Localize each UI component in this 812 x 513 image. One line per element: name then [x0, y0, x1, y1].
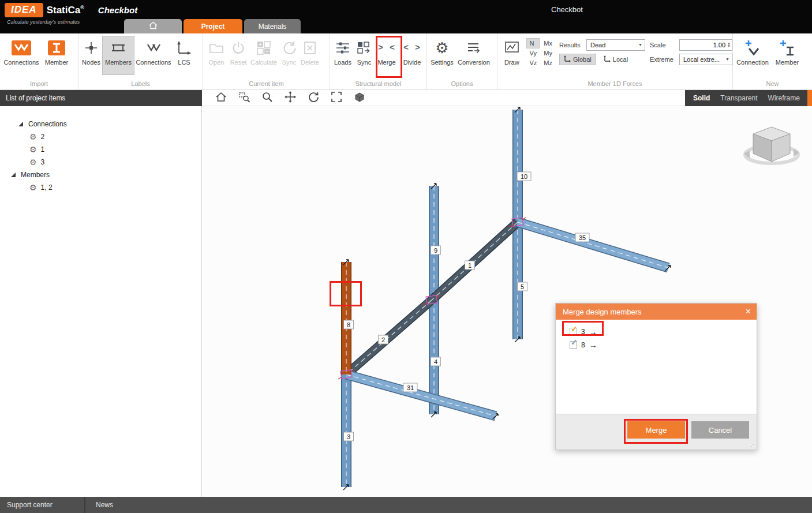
conversion-icon [466, 39, 482, 57]
force-component-vy[interactable]: Vy [527, 48, 539, 58]
member-35[interactable] [518, 222, 668, 268]
navigation-cube[interactable] [744, 127, 799, 163]
titlebar: IDEA StatiCa® Checkbot Calculate yesterd… [0, 0, 812, 33]
ribbon-item-labels-connections[interactable]: Connections [134, 36, 173, 74]
ribbon-group-new: ConnectionMemberNew [733, 33, 812, 89]
checkbox[interactable]: ✓ [570, 328, 577, 335]
ribbon-item-options-settings[interactable]: ⚙Settings [428, 36, 456, 74]
ribbon-group-options: ⚙SettingsConversionOptions [427, 33, 497, 89]
ribbon-item-import-member[interactable]: Member [42, 36, 72, 74]
global-button[interactable]: Global [559, 54, 596, 65]
lcs-icon [177, 39, 192, 57]
force-component-mx[interactable]: Mx [541, 39, 555, 48]
tree-node-label: Members [21, 171, 50, 179]
tree-node-connections[interactable]: Connections [0, 118, 201, 130]
fit-icon [331, 91, 342, 104]
goto-member-arrow-icon[interactable]: → [589, 340, 597, 350]
ribbon-item-options-conversion[interactable]: Conversion [456, 36, 492, 74]
pan-button[interactable] [282, 91, 299, 106]
checkbox[interactable]: ✓ [570, 341, 577, 349]
ribbon-group-label: Member 1D Forces [497, 80, 732, 89]
ribbon-item-labels-members[interactable]: Members [103, 36, 134, 74]
ribbon-item-new-member[interactable]: Member [771, 36, 803, 74]
force-component-my[interactable]: My [541, 48, 555, 58]
ribbon-item-structural-merge[interactable]: > <Merge [374, 36, 399, 74]
tree-node-members[interactable]: Members [0, 168, 201, 181]
rotate-button[interactable] [305, 91, 322, 106]
fit-button[interactable] [328, 91, 345, 106]
goto-member-arrow-icon[interactable]: → [589, 327, 597, 336]
tree-item-label: 1 [41, 145, 45, 153]
ribbon-item-structural-sync[interactable]: Sync [354, 36, 374, 74]
merge-dialog-title: Merge design members [563, 308, 642, 316]
display-mode-wireframe[interactable]: Wireframe [768, 94, 800, 102]
news-link[interactable]: News [85, 501, 113, 509]
home-button[interactable] [212, 91, 230, 106]
ribbon-item-labels-lcs[interactable]: LCS [173, 36, 195, 74]
spinner-arrows-icon[interactable]: ▲▼ [727, 42, 731, 48]
connections-icon [12, 39, 31, 57]
support-center-link[interactable]: Support center [0, 497, 85, 513]
ribbon-group-labels: NodesMembersConnectionsLCSLabels [78, 33, 203, 89]
results-label: Results [559, 42, 583, 48]
ribbon-group-structural: LoadsSync> <Merge< >DivideStructural mod… [330, 33, 427, 89]
solid-view-button[interactable] [351, 91, 368, 106]
force-component-vz[interactable]: Vz [527, 58, 539, 68]
extreme-combo[interactable]: Local extre...▼ [679, 54, 732, 65]
force-component-n[interactable]: N [527, 39, 539, 48]
pan-icon [285, 91, 296, 104]
merge-dialog-header[interactable]: Merge design members × [556, 304, 757, 320]
member-label-9: 9 [431, 246, 441, 254]
member-label-4: 4 [431, 357, 441, 366]
nodes-icon [84, 39, 99, 57]
display-mode-solid[interactable]: Solid [693, 94, 710, 102]
ribbon-group-label: Structural model [330, 80, 426, 89]
idea-logo: IDEA [5, 3, 43, 17]
ribbon-item-labels-nodes[interactable]: Nodes [80, 36, 103, 74]
scale-spinner[interactable]: 1.00▲▼ [679, 39, 732, 51]
ribbon-item-import-connections[interactable]: Connections [1, 36, 42, 74]
ribbon-item-draw[interactable]: Draw [501, 36, 522, 74]
merge-item-row-3: ✓3→ [570, 325, 757, 338]
tab-materials[interactable]: Materials [244, 19, 301, 33]
ribbon-item-structural-divide[interactable]: < >Divide [399, 36, 425, 74]
member-31[interactable] [346, 375, 496, 416]
local-button[interactable]: Local [599, 54, 633, 65]
tree-item-connections-2[interactable]: ⚙2 [0, 130, 201, 143]
tab-home[interactable] [124, 19, 182, 33]
results-combo[interactable]: Dead▼ [586, 39, 645, 51]
merge-button[interactable]: Merge [627, 421, 685, 439]
member-label-35: 35 [575, 233, 589, 242]
close-icon[interactable]: × [746, 307, 751, 316]
ribbon-group-import: ConnectionsMemberImport [0, 33, 78, 89]
gear-icon: ⚙ [29, 158, 37, 166]
ribbon-item-structural-loads[interactable]: Loads [331, 36, 354, 74]
ribbon-item-new-connection[interactable]: Connection [734, 36, 771, 74]
expander-icon[interactable] [18, 122, 23, 126]
tree-item-connections-3[interactable]: ⚙3 [0, 156, 201, 168]
app-name: Checkbot [98, 5, 137, 15]
ribbon-group-label: Options [427, 80, 497, 89]
cancel-button[interactable]: Cancel [691, 421, 749, 439]
ribbon-item-label: Sync [357, 59, 371, 66]
tab-project[interactable]: Project [184, 19, 242, 33]
global-axes-icon [564, 55, 571, 63]
tree-node-label: Connections [28, 120, 67, 128]
svg-text:31: 31 [407, 384, 414, 391]
svg-text:5: 5 [521, 283, 524, 290]
member-label-2: 2 [379, 335, 388, 344]
tree-item-connections-1[interactable]: ⚙1 [0, 143, 201, 156]
ribbon-group-current: OpenResetCalculateSyncDeleteCurrent item [203, 33, 330, 89]
resize-grip-icon[interactable]: ··· [746, 441, 756, 451]
member-icon [48, 39, 65, 57]
project-tree: Connections⚙2⚙1⚙3Members⚙1, 2 [0, 106, 201, 194]
force-component-mz[interactable]: Mz [541, 58, 555, 68]
zoom-window-button[interactable] [235, 91, 253, 106]
tree-item-members-1-2[interactable]: ⚙1, 2 [0, 181, 201, 194]
calculate-icon [256, 39, 272, 57]
member-2[interactable] [346, 300, 432, 375]
svg-text:1: 1 [468, 262, 472, 269]
zoom-button[interactable] [259, 91, 276, 106]
expander-icon[interactable] [11, 173, 16, 177]
display-mode-transparent[interactable]: Transparent [720, 94, 757, 102]
